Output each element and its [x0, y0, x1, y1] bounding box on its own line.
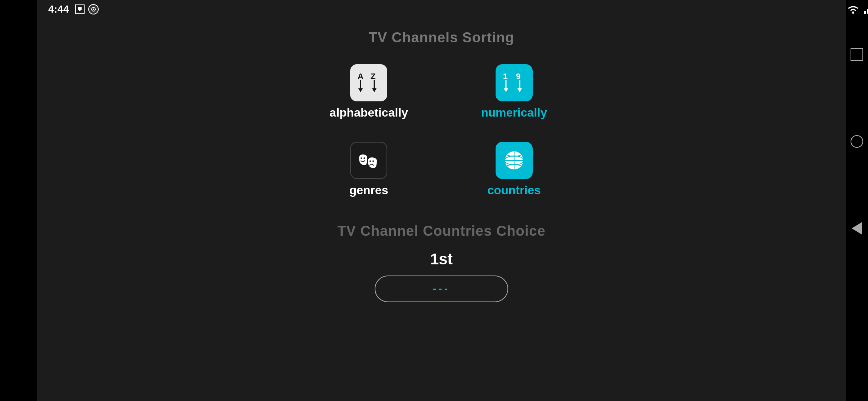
alphabetically-icon: A Z	[350, 64, 387, 101]
sorting-section-title: TV Channels Sorting	[369, 30, 514, 46]
sort-option-alphabetically[interactable]: A Z alphabetically	[329, 64, 408, 120]
status-bar-right	[847, 4, 868, 14]
countries-section-title: TV Channel Countries Choice	[337, 223, 545, 239]
numerically-icon: 1 9	[496, 64, 533, 101]
countries-current-value: 1st	[430, 250, 453, 268]
alphabetically-label: alphabetically	[329, 106, 408, 120]
svg-point-17	[361, 157, 362, 159]
countries-label: countries	[487, 183, 541, 197]
status-bar: 4:44	[37, 0, 868, 19]
svg-marker-16	[517, 88, 522, 92]
svg-point-3	[93, 9, 94, 10]
svg-marker-15	[504, 88, 508, 92]
num-icon-svg: 1 9	[499, 68, 529, 98]
right-circle-button[interactable]	[851, 135, 863, 148]
sort-option-numerically[interactable]: 1 9 numerically	[475, 64, 553, 120]
svg-marker-10	[372, 88, 377, 92]
status-bar-left: 4:44	[48, 3, 99, 15]
right-square-button[interactable]	[851, 48, 863, 61]
svg-rect-0	[78, 7, 82, 10]
svg-text:A: A	[358, 72, 364, 81]
svg-point-18	[364, 157, 365, 159]
signal-icon	[864, 5, 868, 14]
right-back-button[interactable]	[852, 222, 862, 235]
sort-option-genres[interactable]: genres	[329, 142, 408, 197]
genres-icon-svg	[355, 147, 382, 174]
right-sidebar	[846, 0, 868, 401]
svg-rect-1	[79, 10, 80, 11]
numerically-label: numerically	[481, 106, 547, 120]
svg-point-19	[369, 160, 371, 162]
countries-icon-svg	[501, 147, 527, 174]
svg-text:Z: Z	[371, 72, 375, 81]
notification-icon-svg	[77, 7, 82, 12]
status-time: 4:44	[48, 3, 69, 15]
media-icon	[88, 4, 99, 14]
media-icon-svg	[91, 6, 96, 12]
main-content: 4:44	[37, 0, 846, 401]
svg-text:1: 1	[503, 72, 507, 81]
svg-marker-9	[358, 88, 363, 92]
notification-icon	[75, 4, 85, 14]
az-icon-svg: A Z	[354, 68, 384, 98]
left-sidebar	[0, 0, 37, 401]
genres-label: genres	[349, 183, 388, 197]
countries-select-button[interactable]: ---	[375, 276, 508, 302]
page-body: TV Channels Sorting A Z	[37, 7, 846, 401]
countries-button-label: ---	[433, 283, 450, 295]
sort-options-grid: A Z alphabetically 1	[329, 64, 553, 197]
svg-point-20	[372, 160, 374, 162]
genres-icon	[350, 142, 387, 179]
status-icons	[75, 4, 99, 14]
countries-icon	[496, 142, 533, 179]
signal-bar-1	[864, 11, 866, 14]
svg-text:9: 9	[516, 72, 520, 81]
svg-point-4	[852, 12, 854, 14]
wifi-icon	[847, 4, 859, 14]
sort-option-countries[interactable]: countries	[475, 142, 553, 197]
